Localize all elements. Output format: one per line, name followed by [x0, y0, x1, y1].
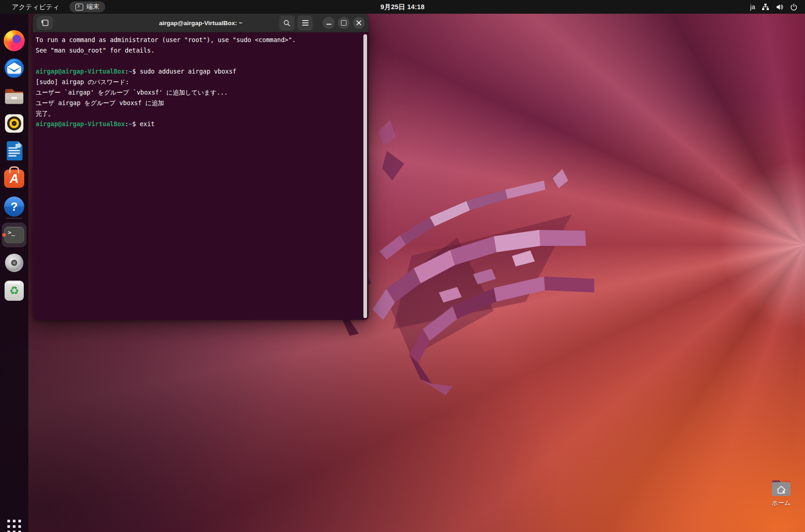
running-indicator-dot [2, 233, 6, 237]
volume-icon[interactable] [776, 3, 784, 11]
dock-terminal-button[interactable]: >_ [2, 223, 27, 247]
terminal-line: ユーザー `airgap' をグループ `vboxsf' に追加しています... [36, 87, 362, 98]
terminal-scrollbar[interactable] [363, 34, 367, 318]
dock-rhythmbox-button[interactable] [2, 111, 27, 136]
power-icon[interactable] [790, 3, 798, 11]
terminal-line: See "man sudo_root" for details. [36, 45, 362, 56]
minimize-button[interactable] [323, 17, 335, 29]
terminal-prompt-glyph: >_ [8, 229, 15, 236]
dock-trash-button[interactable]: ♻ [2, 278, 27, 303]
dock-separator [6, 218, 22, 218]
activities-button[interactable]: アクティビティ [9, 2, 62, 12]
maximize-button[interactable] [338, 17, 350, 29]
terminal-line [36, 56, 362, 66]
dock: A ? >_ ♻ [0, 14, 28, 532]
close-button[interactable] [353, 17, 365, 29]
app-grid-icon [7, 520, 21, 532]
help-glyph: ? [11, 200, 18, 214]
terminal-line: [sudo] airgap のパスワード: [36, 77, 362, 87]
close-icon [356, 20, 362, 26]
search-button[interactable] [279, 16, 294, 31]
terminal-window: airgap@airgap-VirtualBox: ~ [33, 14, 368, 320]
top-bar: アクティビティ 端末 9月25日 14:18 ja [0, 0, 805, 14]
firefox-icon [4, 30, 25, 51]
search-icon [283, 20, 290, 27]
rhythmbox-icon [4, 113, 25, 134]
clock[interactable]: 9月25日 14:18 [380, 3, 425, 11]
home-folder-shortcut[interactable]: ホーム [764, 476, 798, 507]
terminal-icon [75, 4, 83, 11]
terminal-output: To run a command as administrator (user … [36, 35, 362, 129]
trash-icon: ♻ [5, 281, 24, 301]
dock-firefox-button[interactable] [2, 28, 27, 53]
recycle-glyph: ♻ [9, 285, 19, 296]
input-method-indicator[interactable]: ja [750, 3, 755, 11]
thunderbird-icon [4, 58, 25, 79]
new-tab-icon [41, 20, 48, 26]
new-tab-button[interactable] [37, 16, 53, 30]
help-icon: ? [4, 197, 24, 217]
software-letter: A [10, 172, 19, 186]
show-apps-button[interactable] [2, 514, 27, 532]
terminal-line: airgap@airgap-VirtualBox:~$ exit [36, 119, 362, 129]
menu-button[interactable] [298, 16, 313, 31]
network-wired-icon[interactable] [762, 3, 769, 11]
files-icon [3, 86, 25, 106]
dock-cd-drive-button[interactable] [2, 250, 27, 275]
cd-drive-icon [4, 252, 25, 273]
hamburger-icon [302, 20, 309, 26]
terminal-titlebar[interactable]: airgap@airgap-VirtualBox: ~ [33, 14, 368, 32]
terminal-app-icon: >_ [4, 227, 24, 243]
window-title: airgap@airgap-VirtualBox: ~ [159, 20, 242, 27]
focused-app-indicator[interactable]: 端末 [69, 1, 105, 12]
libreoffice-writer-icon [4, 140, 24, 161]
terminal-line: airgap@airgap-VirtualBox:~$ sudo adduser… [36, 66, 362, 77]
dock-help-button[interactable]: ? [2, 194, 27, 219]
dock-thunderbird-button[interactable] [2, 56, 27, 80]
ubuntu-software-icon: A [4, 170, 24, 188]
terminal-line: To run a command as administrator (user … [36, 35, 362, 45]
dock-libreoffice-writer-button[interactable] [2, 138, 27, 163]
dock-ubuntu-software-button[interactable]: A [2, 166, 27, 191]
focused-app-label: 端末 [86, 3, 99, 11]
terminal-body[interactable]: To run a command as administrator (user … [33, 32, 368, 320]
terminal-line: 完了。 [36, 108, 362, 119]
minimize-icon [326, 24, 331, 25]
dock-files-button[interactable] [2, 84, 27, 108]
home-folder-icon [769, 476, 794, 497]
home-folder-label: ホーム [764, 499, 798, 507]
maximize-icon [341, 20, 347, 26]
desktop: { "topbar": { "activities_label": "アクティビ… [0, 0, 805, 532]
terminal-line: ユーザ airgap をグループ vboxsf に追加 [36, 98, 362, 108]
